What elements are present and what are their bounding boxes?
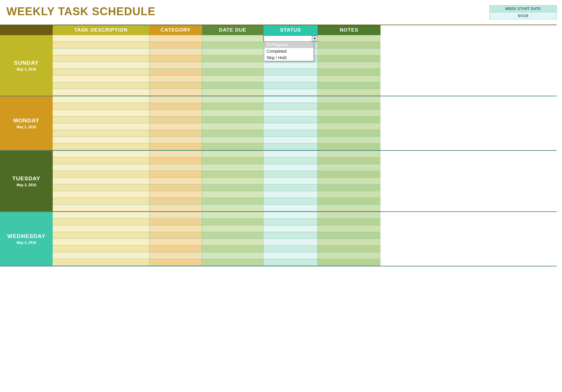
cell-due[interactable]: [202, 178, 263, 184]
cell-note[interactable]: [318, 191, 381, 198]
cell-due[interactable]: [202, 259, 263, 266]
cell-task[interactable]: [53, 49, 149, 55]
cell-stat[interactable]: [263, 171, 318, 178]
cell-task[interactable]: [53, 225, 149, 232]
cell-stat[interactable]: [263, 103, 318, 110]
cell-stat[interactable]: [263, 110, 318, 117]
cell-note[interactable]: [318, 69, 381, 76]
cell-cat[interactable]: [149, 42, 202, 49]
cell-due[interactable]: [202, 117, 263, 123]
cell-stat[interactable]: [263, 232, 318, 239]
cell-due[interactable]: [202, 184, 263, 191]
status-option[interactable]: Completed: [264, 48, 313, 54]
cell-stat[interactable]: [263, 212, 318, 219]
cell-task[interactable]: [53, 137, 149, 143]
cell-due[interactable]: [202, 205, 263, 211]
cell-note[interactable]: [318, 137, 381, 143]
cell-due[interactable]: [202, 239, 263, 246]
cell-cat[interactable]: [149, 35, 202, 42]
cell-stat[interactable]: [263, 130, 318, 137]
cell-stat[interactable]: [263, 191, 318, 198]
cell-stat[interactable]: [263, 89, 318, 96]
cell-due[interactable]: [202, 225, 263, 232]
cell-note[interactable]: [318, 35, 381, 42]
cell-note[interactable]: [318, 130, 381, 137]
cell-task[interactable]: [53, 191, 149, 198]
cell-task[interactable]: [53, 55, 149, 62]
cell-task[interactable]: [53, 117, 149, 123]
cell-stat[interactable]: [263, 178, 318, 184]
cell-cat[interactable]: [149, 82, 202, 89]
cell-note[interactable]: [318, 76, 381, 82]
cell-cat[interactable]: [149, 171, 202, 178]
cell-task[interactable]: [53, 158, 149, 164]
cell-cat[interactable]: [149, 123, 202, 130]
cell-cat[interactable]: [149, 225, 202, 232]
cell-cat[interactable]: [149, 239, 202, 246]
cell-stat[interactable]: [263, 158, 318, 164]
cell-due[interactable]: [202, 89, 263, 96]
cell-due[interactable]: [202, 219, 263, 225]
cell-cat[interactable]: [149, 117, 202, 123]
cell-stat[interactable]: [263, 96, 318, 103]
cell-cat[interactable]: [149, 49, 202, 55]
cell-task[interactable]: [53, 239, 149, 246]
cell-task[interactable]: [53, 130, 149, 137]
cell-stat[interactable]: [263, 123, 318, 130]
cell-task[interactable]: [53, 69, 149, 76]
cell-due[interactable]: [202, 137, 263, 143]
cell-cat[interactable]: [149, 232, 202, 239]
cell-stat[interactable]: [263, 239, 318, 246]
cell-task[interactable]: [53, 178, 149, 184]
cell-due[interactable]: [202, 49, 263, 55]
cell-due[interactable]: [202, 123, 263, 130]
cell-cat[interactable]: [149, 184, 202, 191]
cell-task[interactable]: [53, 184, 149, 191]
cell-note[interactable]: [318, 42, 381, 49]
status-option[interactable]: In Progress: [264, 42, 313, 48]
cell-cat[interactable]: [149, 158, 202, 164]
cell-due[interactable]: [202, 110, 263, 117]
cell-task[interactable]: [53, 205, 149, 211]
cell-note[interactable]: [318, 62, 381, 69]
cell-stat[interactable]: [263, 259, 318, 266]
cell-due[interactable]: [202, 252, 263, 259]
status-dropdown[interactable]: In ProgressCompletedSkip / Hold: [264, 41, 314, 61]
cell-task[interactable]: [53, 212, 149, 219]
cell-note[interactable]: [318, 198, 381, 205]
cell-task[interactable]: [53, 171, 149, 178]
cell-due[interactable]: [202, 191, 263, 198]
cell-note[interactable]: [318, 82, 381, 89]
cell-note[interactable]: [318, 143, 381, 150]
status-option[interactable]: Skip / Hold: [264, 54, 313, 61]
cell-cat[interactable]: [149, 55, 202, 62]
cell-stat[interactable]: In ProgressCompletedSkip / Hold: [263, 35, 318, 42]
cell-task[interactable]: [53, 35, 149, 42]
cell-task[interactable]: [53, 164, 149, 171]
cell-stat[interactable]: [263, 137, 318, 143]
cell-cat[interactable]: [149, 103, 202, 110]
cell-task[interactable]: [53, 123, 149, 130]
cell-task[interactable]: [53, 259, 149, 266]
cell-cat[interactable]: [149, 62, 202, 69]
cell-cat[interactable]: [149, 143, 202, 150]
cell-due[interactable]: [202, 82, 263, 89]
cell-stat[interactable]: [263, 184, 318, 191]
cell-due[interactable]: [202, 55, 263, 62]
cell-due[interactable]: [202, 96, 263, 103]
cell-task[interactable]: [53, 151, 149, 158]
cell-note[interactable]: [318, 151, 381, 158]
cell-cat[interactable]: [149, 89, 202, 96]
cell-task[interactable]: [53, 96, 149, 103]
cell-task[interactable]: [53, 246, 149, 252]
cell-task[interactable]: [53, 103, 149, 110]
cell-cat[interactable]: [149, 205, 202, 211]
cell-note[interactable]: [318, 123, 381, 130]
cell-note[interactable]: [318, 171, 381, 178]
cell-task[interactable]: [53, 62, 149, 69]
cell-stat[interactable]: [263, 82, 318, 89]
dropdown-toggle-button[interactable]: [312, 36, 318, 41]
cell-note[interactable]: [318, 164, 381, 171]
cell-note[interactable]: [318, 117, 381, 123]
cell-note[interactable]: [318, 184, 381, 191]
